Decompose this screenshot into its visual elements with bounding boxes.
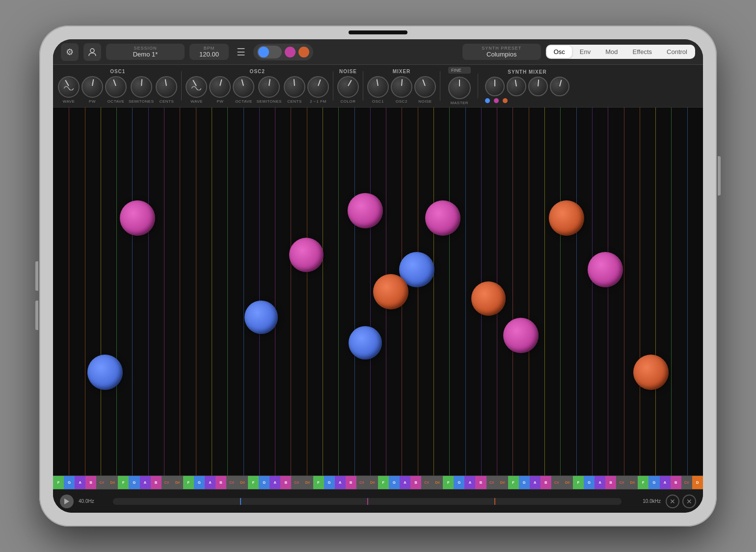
- piano-key-23[interactable]: D#: [302, 476, 313, 489]
- osc1-wave-control[interactable]: [58, 76, 80, 98]
- piano-key-26[interactable]: A: [335, 476, 346, 489]
- piano-key-52[interactable]: C#: [616, 476, 627, 489]
- piano-key-15[interactable]: B: [216, 476, 226, 489]
- piano-key-51[interactable]: B: [605, 476, 616, 489]
- piano-key-13[interactable]: G: [194, 476, 205, 489]
- piano-key-49[interactable]: G: [584, 476, 594, 489]
- piano-key-53[interactable]: D#: [627, 476, 638, 489]
- piano-key-55[interactable]: G: [648, 476, 659, 489]
- piano-key-38[interactable]: A: [464, 476, 475, 489]
- piano-key-4[interactable]: C#: [96, 476, 107, 489]
- piano-key-40[interactable]: C#: [486, 476, 497, 489]
- osc2-cents-control[interactable]: [284, 76, 305, 98]
- piano-key-29[interactable]: D#: [367, 476, 378, 489]
- piano-key-47[interactable]: D#: [562, 476, 573, 489]
- mixer-osc1-control[interactable]: [367, 76, 389, 98]
- tab-osc[interactable]: Osc: [547, 46, 572, 58]
- piano-key-30[interactable]: F: [378, 476, 389, 489]
- play-button[interactable]: [60, 495, 74, 508]
- piano-key-1[interactable]: G: [64, 476, 75, 489]
- tab-control[interactable]: Control: [660, 46, 694, 58]
- synth-mixer-control4[interactable]: [550, 77, 569, 96]
- osc2-octave-control[interactable]: [233, 76, 254, 98]
- piano-key-46[interactable]: C#: [551, 476, 562, 489]
- piano-key-32[interactable]: A: [400, 476, 410, 489]
- piano-key-3[interactable]: B: [85, 476, 96, 489]
- note-ball-10[interactable]: [503, 318, 539, 353]
- scrubber-track[interactable]: [113, 498, 621, 505]
- mixer-osc2-control[interactable]: [391, 76, 412, 98]
- piano-key-27[interactable]: B: [346, 476, 356, 489]
- piano-key-8[interactable]: A: [140, 476, 151, 489]
- note-ball-8[interactable]: [425, 200, 460, 236]
- piano-key-2[interactable]: A: [75, 476, 85, 489]
- note-ball-11[interactable]: [549, 200, 584, 236]
- osc2-wave-control[interactable]: [186, 76, 207, 98]
- piano-key-50[interactable]: A: [594, 476, 605, 489]
- piano-key-22[interactable]: C#: [291, 476, 302, 489]
- note-ball-12[interactable]: [588, 252, 623, 287]
- osc1-semitones-control[interactable]: [131, 76, 152, 98]
- osc1-pw-control[interactable]: [81, 76, 103, 98]
- osc1-octave-control[interactable]: [105, 76, 127, 98]
- piano-key-20[interactable]: A: [270, 476, 280, 489]
- piano-key-54[interactable]: F: [638, 476, 648, 489]
- osc2-pw-control[interactable]: [209, 76, 231, 98]
- piano-key-11[interactable]: D#: [172, 476, 183, 489]
- osc2-semitones-control[interactable]: [258, 76, 280, 98]
- tab-effects[interactable]: Effects: [626, 46, 659, 58]
- master-control[interactable]: [448, 77, 471, 99]
- piano-key-10[interactable]: C#: [162, 476, 172, 489]
- piano-key-5[interactable]: D#: [107, 476, 118, 489]
- piano-key-17[interactable]: D#: [237, 476, 248, 489]
- note-ball-9[interactable]: [471, 281, 506, 316]
- osc1-cents-control[interactable]: [156, 76, 177, 98]
- piano-key-25[interactable]: G: [324, 476, 335, 489]
- note-ball-6[interactable]: [373, 274, 408, 309]
- synth-mixer-control2[interactable]: [507, 77, 526, 96]
- note-ball-4[interactable]: [289, 238, 324, 272]
- osc2-fm-control[interactable]: [307, 76, 329, 98]
- note-ball-0[interactable]: [120, 200, 155, 236]
- osc-toggle-track[interactable]: [257, 46, 282, 58]
- piano-key-33[interactable]: B: [410, 476, 421, 489]
- piano-key-59[interactable]: D: [692, 476, 703, 489]
- mixer-noise-control[interactable]: [414, 76, 436, 98]
- note-ball-13[interactable]: [633, 355, 669, 390]
- person-button[interactable]: [83, 43, 101, 61]
- tab-mod[interactable]: Mod: [598, 46, 624, 58]
- piano-key-48[interactable]: F: [573, 476, 584, 489]
- piano-key-36[interactable]: F: [443, 476, 454, 489]
- synth-mixer-control3[interactable]: [528, 77, 548, 96]
- piano-key-24[interactable]: F: [313, 476, 324, 489]
- piano-key-56[interactable]: A: [660, 476, 671, 489]
- osc-toggle[interactable]: [253, 44, 313, 60]
- piano-key-18[interactable]: F: [248, 476, 259, 489]
- piano-key-28[interactable]: C#: [356, 476, 367, 489]
- bpm-box[interactable]: BPM 120.00: [189, 44, 229, 60]
- piano-key-19[interactable]: G: [259, 476, 270, 489]
- gear-button[interactable]: ⚙: [61, 43, 79, 61]
- preset-box[interactable]: SYNTH PRESET Columpios: [462, 44, 541, 60]
- piano-key-45[interactable]: B: [540, 476, 551, 489]
- note-ball-2[interactable]: [244, 301, 278, 334]
- note-ball-3[interactable]: [87, 355, 123, 390]
- synth-mixer-control1[interactable]: [485, 77, 505, 96]
- piano-key-6[interactable]: F: [118, 476, 129, 489]
- piano-key-14[interactable]: A: [205, 476, 216, 489]
- piano-key-39[interactable]: B: [475, 476, 486, 489]
- piano-key-41[interactable]: D#: [497, 476, 508, 489]
- piano-key-37[interactable]: G: [454, 476, 464, 489]
- tab-env[interactable]: Env: [573, 46, 597, 58]
- piano-key-44[interactable]: A: [530, 476, 540, 489]
- piano-key-58[interactable]: C#: [681, 476, 692, 489]
- piano-key-35[interactable]: D#: [432, 476, 443, 489]
- piano-key-43[interactable]: G: [519, 476, 530, 489]
- close-button-2[interactable]: ✕: [682, 495, 696, 508]
- piano-key-0[interactable]: F: [53, 476, 64, 489]
- piano-key-42[interactable]: F: [508, 476, 519, 489]
- noise-color-control[interactable]: [337, 76, 359, 98]
- piano-key-21[interactable]: B: [280, 476, 291, 489]
- hamburger-menu[interactable]: ☰: [234, 46, 248, 58]
- close-button-1[interactable]: ✕: [666, 495, 679, 508]
